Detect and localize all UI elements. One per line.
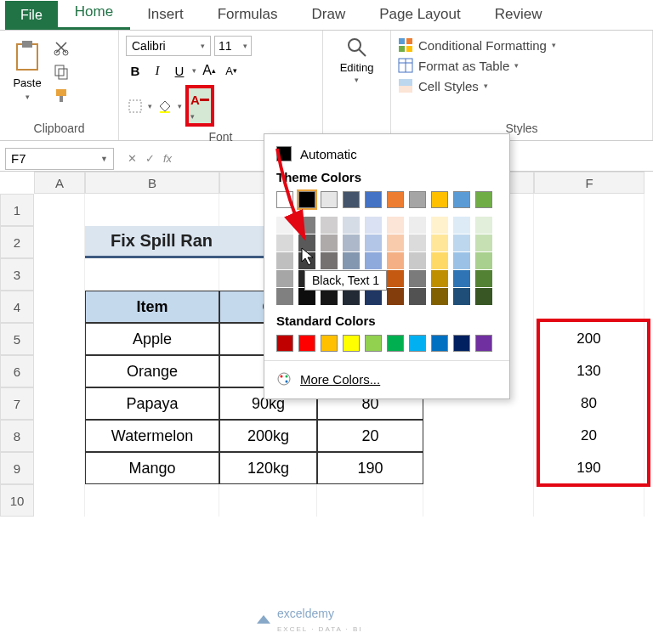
cell[interactable] bbox=[34, 194, 85, 226]
borders-button[interactable] bbox=[126, 97, 145, 116]
cell[interactable] bbox=[34, 387, 85, 420]
increase-font-icon[interactable]: A▴ bbox=[200, 61, 219, 80]
color-swatch[interactable] bbox=[409, 234, 426, 251]
italic-button[interactable]: I bbox=[148, 61, 167, 80]
color-swatch[interactable] bbox=[321, 234, 338, 251]
color-swatch[interactable] bbox=[276, 217, 293, 234]
paste-button[interactable]: Paste ▾ bbox=[7, 36, 48, 105]
underline-button[interactable]: U bbox=[170, 61, 189, 80]
color-swatch[interactable] bbox=[365, 288, 382, 305]
pagelayout-tab[interactable]: Page Layout bbox=[362, 0, 477, 30]
color-swatch[interactable] bbox=[365, 335, 382, 352]
color-swatch[interactable] bbox=[453, 252, 470, 269]
color-swatch[interactable] bbox=[298, 252, 315, 269]
table-header[interactable]: Item bbox=[85, 291, 219, 323]
spill-cell[interactable]: 130 bbox=[534, 355, 644, 387]
color-swatch[interactable] bbox=[343, 252, 360, 269]
color-swatch[interactable] bbox=[453, 234, 470, 251]
color-swatch[interactable] bbox=[409, 252, 426, 269]
col-header[interactable]: F bbox=[534, 172, 644, 194]
color-swatch[interactable] bbox=[475, 335, 492, 352]
row-header[interactable]: 6 bbox=[0, 355, 34, 387]
color-swatch[interactable] bbox=[343, 217, 360, 234]
font-name-select[interactable]: Calibri▾ bbox=[126, 36, 211, 56]
table-cell[interactable]: 200kg bbox=[219, 420, 317, 452]
font-color-dropdown[interactable]: ▾ bbox=[190, 112, 195, 121]
color-swatch[interactable] bbox=[453, 217, 470, 234]
decrease-font-icon[interactable]: A▾ bbox=[222, 61, 241, 80]
automatic-color-option[interactable]: Automatic bbox=[264, 141, 509, 167]
cell[interactable] bbox=[423, 484, 534, 517]
table-cell[interactable]: Watermelon bbox=[85, 420, 219, 452]
color-swatch[interactable] bbox=[387, 191, 404, 208]
color-swatch[interactable] bbox=[321, 217, 338, 234]
spill-cell[interactable]: 190 bbox=[534, 452, 644, 484]
color-swatch[interactable] bbox=[365, 234, 382, 251]
home-tab[interactable]: Home bbox=[58, 0, 130, 30]
cell[interactable] bbox=[317, 484, 423, 517]
color-swatch[interactable] bbox=[387, 217, 404, 234]
color-swatch[interactable] bbox=[298, 288, 315, 305]
find-icon[interactable] bbox=[345, 36, 369, 59]
spill-cell[interactable]: 20 bbox=[534, 420, 644, 452]
color-swatch[interactable] bbox=[409, 270, 426, 287]
color-swatch[interactable] bbox=[387, 234, 404, 251]
cell[interactable] bbox=[534, 291, 644, 323]
color-swatch[interactable] bbox=[276, 288, 293, 305]
cell[interactable] bbox=[34, 420, 85, 452]
cell[interactable] bbox=[423, 452, 534, 484]
cell[interactable] bbox=[85, 258, 219, 291]
review-tab[interactable]: Review bbox=[478, 0, 559, 30]
cell[interactable] bbox=[534, 258, 644, 291]
cell[interactable] bbox=[85, 484, 219, 517]
fx-icon[interactable]: fx bbox=[163, 152, 172, 165]
spill-cell[interactable]: 80 bbox=[534, 387, 644, 420]
table-cell[interactable]: 20 bbox=[317, 420, 423, 452]
insert-tab[interactable]: Insert bbox=[130, 0, 201, 30]
copy-icon[interactable] bbox=[53, 63, 70, 80]
color-swatch[interactable] bbox=[343, 335, 360, 352]
color-swatch[interactable] bbox=[431, 191, 448, 208]
color-swatch[interactable] bbox=[475, 288, 492, 305]
draw-tab[interactable]: Draw bbox=[295, 0, 363, 30]
color-swatch[interactable] bbox=[431, 234, 448, 251]
table-cell[interactable]: Orange bbox=[85, 355, 219, 387]
color-swatch[interactable] bbox=[276, 234, 293, 251]
color-swatch[interactable] bbox=[343, 234, 360, 251]
font-color-button[interactable]: A bbox=[190, 90, 209, 109]
chevron-down-icon[interactable]: ▾ bbox=[355, 76, 359, 84]
color-swatch[interactable] bbox=[298, 335, 315, 352]
row-header[interactable]: 9 bbox=[0, 452, 34, 484]
color-swatch[interactable] bbox=[475, 234, 492, 251]
color-swatch[interactable] bbox=[453, 270, 470, 287]
format-as-table-button[interactable]: Format as Table▾ bbox=[398, 58, 519, 73]
table-cell[interactable]: Mango bbox=[85, 452, 219, 484]
table-cell[interactable]: Papaya bbox=[85, 387, 219, 420]
color-swatch[interactable] bbox=[321, 191, 338, 208]
file-tab[interactable]: File bbox=[5, 1, 58, 30]
cell[interactable] bbox=[34, 291, 85, 323]
cell[interactable] bbox=[534, 484, 644, 517]
color-swatch[interactable] bbox=[276, 335, 293, 352]
cancel-icon[interactable]: ✕ bbox=[128, 152, 137, 165]
color-swatch[interactable] bbox=[321, 252, 338, 269]
color-swatch[interactable] bbox=[409, 191, 426, 208]
color-swatch[interactable] bbox=[343, 191, 360, 208]
color-swatch[interactable] bbox=[276, 191, 293, 208]
cell-styles-button[interactable]: Cell Styles▾ bbox=[398, 78, 488, 93]
color-swatch[interactable] bbox=[431, 217, 448, 234]
color-swatch[interactable] bbox=[365, 252, 382, 269]
color-swatch[interactable] bbox=[431, 335, 448, 352]
row-header[interactable]: 10 bbox=[0, 484, 34, 517]
name-box[interactable]: F7▼ bbox=[5, 148, 114, 170]
col-header[interactable]: B bbox=[85, 172, 219, 194]
row-header[interactable]: 8 bbox=[0, 420, 34, 452]
cut-icon[interactable] bbox=[53, 39, 70, 56]
color-swatch[interactable] bbox=[409, 217, 426, 234]
color-swatch[interactable] bbox=[409, 288, 426, 305]
row-header[interactable]: 7 bbox=[0, 387, 34, 420]
cell[interactable] bbox=[34, 323, 85, 355]
color-swatch[interactable] bbox=[475, 217, 492, 234]
format-painter-icon[interactable] bbox=[53, 87, 70, 104]
row-header[interactable]: 2 bbox=[0, 226, 34, 258]
